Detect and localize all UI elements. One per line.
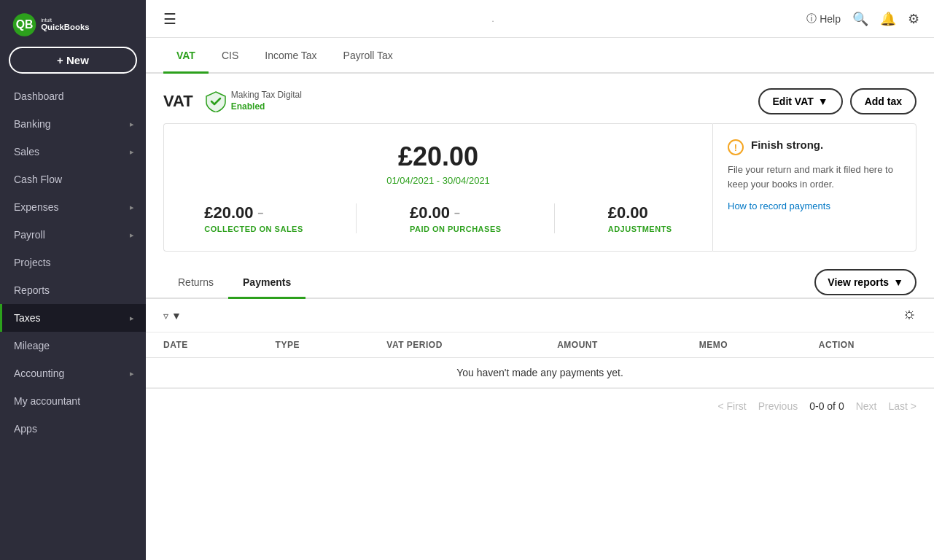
sidebar-item-apps[interactable]: Apps bbox=[0, 415, 146, 443]
edit-vat-button[interactable]: Edit VAT ▼ bbox=[758, 88, 843, 114]
tab-payroll_tax[interactable]: Payroll Tax bbox=[330, 38, 406, 74]
table-settings-button[interactable]: ⛭ bbox=[903, 308, 917, 323]
filter-bar: ▿ ▼ ⛭ bbox=[146, 299, 934, 332]
svg-text:QB: QB bbox=[16, 18, 34, 31]
chevron-down-icon: ▼ bbox=[818, 96, 828, 107]
sidebar-item-label-projects: Projects bbox=[14, 257, 51, 268]
vat-header: VAT Making Tax Digital Enabled Edit VAT … bbox=[146, 74, 934, 123]
add-tax-button[interactable]: Add tax bbox=[850, 88, 917, 114]
gear-icon: ⚙ bbox=[908, 11, 919, 27]
sidebar-item-label-taxes: Taxes bbox=[14, 312, 41, 324]
topbar: ☰ . ⓘ Help 🔍 🔔 ⚙ bbox=[146, 0, 934, 38]
chevron-icon-banking: ▸ bbox=[130, 120, 134, 129]
sidebar-nav: Dashboard Banking ▸Sales ▸Cash Flow Expe… bbox=[0, 82, 146, 560]
vat-period: 01/04/2021 - 30/04/2021 bbox=[182, 175, 695, 186]
sidebar-item-taxes[interactable]: Taxes ▸ bbox=[0, 304, 146, 332]
sidebar-item-label-banking: Banking bbox=[14, 118, 51, 130]
col-header-action: ACTION bbox=[801, 332, 934, 358]
sidebar-item-mileage[interactable]: Mileage bbox=[0, 332, 146, 359]
tab-cis[interactable]: CIS bbox=[209, 38, 252, 74]
payments-table: DATETYPEVAT PERIODAMOUNTMEMOACTION You h… bbox=[146, 332, 934, 388]
sidebar-item-label-sales: Sales bbox=[14, 146, 39, 158]
next-page-button[interactable]: Next bbox=[856, 400, 877, 412]
col-header-date: DATE bbox=[146, 332, 258, 358]
filter-button[interactable]: ▿ ▼ bbox=[163, 310, 182, 322]
sidebar: QB intuit QuickBooks + New Dashboard Ban… bbox=[0, 0, 146, 560]
mtd-badge: Making Tax Digital Enabled bbox=[205, 90, 302, 112]
bell-icon: 🔔 bbox=[880, 11, 896, 27]
new-button[interactable]: + New bbox=[9, 47, 137, 74]
empty-message: You haven't made any payments yet. bbox=[146, 358, 934, 388]
tab-income_tax[interactable]: Income Tax bbox=[252, 38, 330, 74]
sub-tab-returns[interactable]: Returns bbox=[163, 266, 228, 299]
sidebar-item-sales[interactable]: Sales ▸ bbox=[0, 138, 146, 166]
main-tab-bar: VATCISIncome TaxPayroll Tax bbox=[146, 38, 934, 74]
paid-amount: £0.00 – bbox=[410, 203, 502, 222]
settings-icon: ⛭ bbox=[903, 308, 917, 322]
info-link[interactable]: How to record payments bbox=[728, 201, 830, 211]
sidebar-item-label-dashboard: Dashboard bbox=[14, 90, 64, 102]
info-body: File your return and mark it filed here … bbox=[728, 163, 901, 191]
sidebar-item-dashboard[interactable]: Dashboard bbox=[0, 82, 146, 110]
sidebar-item-label-payroll: Payroll bbox=[14, 229, 45, 241]
tab-vat[interactable]: VAT bbox=[163, 38, 209, 74]
sidebar-item-myaccountant[interactable]: My accountant bbox=[0, 387, 146, 415]
mtd-label: Making Tax Digital bbox=[231, 90, 302, 101]
sidebar-item-banking[interactable]: Banking ▸ bbox=[0, 110, 146, 138]
collected-amount: £20.00 – bbox=[204, 203, 303, 222]
filter-chevron-icon: ▼ bbox=[171, 310, 182, 322]
adjustments-item: £0.00 ADJUSTMENTS bbox=[608, 203, 672, 233]
info-header: ! Finish strong. bbox=[728, 139, 901, 155]
sidebar-item-label-accounting: Accounting bbox=[14, 368, 64, 379]
first-page-button[interactable]: < First bbox=[717, 400, 746, 412]
add-tax-label: Add tax bbox=[865, 96, 902, 107]
sidebar-item-reports[interactable]: Reports bbox=[0, 276, 146, 304]
col-header-memo: MEMO bbox=[682, 332, 801, 358]
sidebar-item-cashflow[interactable]: Cash Flow bbox=[0, 166, 146, 193]
paid-dash-icon: – bbox=[454, 207, 460, 219]
pagination-bar: < First Previous 0-0 of 0 Next Last > bbox=[146, 388, 934, 424]
notifications-button[interactable]: 🔔 bbox=[880, 11, 896, 27]
collected-dash-icon: – bbox=[258, 207, 264, 219]
page-range: 0-0 of 0 bbox=[809, 400, 844, 412]
chevron-icon-accounting: ▸ bbox=[130, 369, 134, 378]
chevron-icon-taxes: ▸ bbox=[130, 314, 134, 323]
vat-title-area: VAT Making Tax Digital Enabled bbox=[163, 90, 302, 112]
vat-total-amount: £20.00 bbox=[182, 141, 695, 172]
vat-title: VAT bbox=[163, 92, 193, 111]
sidebar-item-accounting[interactable]: Accounting ▸ bbox=[0, 359, 146, 387]
vat-actions: Edit VAT ▼ Add tax bbox=[758, 88, 917, 114]
view-reports-label: View reports bbox=[828, 276, 889, 288]
settings-button[interactable]: ⚙ bbox=[908, 11, 919, 27]
hamburger-button[interactable]: ☰ bbox=[160, 7, 179, 31]
content-area: VATCISIncome TaxPayroll Tax VAT Making T… bbox=[146, 38, 934, 560]
sub-tabs: ReturnsPayments bbox=[163, 266, 306, 298]
col-header-vat-period: VAT PERIOD bbox=[369, 332, 540, 358]
warning-icon: ! bbox=[728, 139, 744, 155]
sub-tab-payments[interactable]: Payments bbox=[228, 266, 306, 299]
info-title: Finish strong. bbox=[751, 139, 823, 151]
mtd-enabled: Enabled bbox=[231, 101, 302, 113]
sidebar-logo: QB intuit QuickBooks bbox=[0, 0, 146, 47]
sidebar-item-expenses[interactable]: Expenses ▸ bbox=[0, 193, 146, 221]
adjustments-label: ADJUSTMENTS bbox=[608, 225, 672, 233]
adjustments-amount: £0.00 bbox=[608, 203, 672, 222]
sidebar-item-payroll[interactable]: Payroll ▸ bbox=[0, 221, 146, 249]
filter-icon: ▿ bbox=[163, 310, 168, 322]
topbar-right: ⓘ Help 🔍 🔔 ⚙ bbox=[806, 11, 919, 27]
vat-breakdown: £20.00 – COLLECTED ON SALES £0.00 – PAID… bbox=[182, 203, 695, 233]
col-header-type: TYPE bbox=[258, 332, 370, 358]
previous-page-button[interactable]: Previous bbox=[758, 400, 798, 412]
last-page-button[interactable]: Last > bbox=[888, 400, 917, 412]
collected-label: COLLECTED ON SALES bbox=[204, 225, 303, 233]
topbar-center-text: . bbox=[188, 13, 798, 24]
sidebar-item-label-mileage: Mileage bbox=[14, 340, 50, 351]
sidebar-item-projects[interactable]: Projects bbox=[0, 249, 146, 276]
view-reports-button[interactable]: View reports ▼ bbox=[814, 269, 917, 295]
chevron-icon-payroll: ▸ bbox=[130, 230, 134, 240]
mtd-shield-icon bbox=[205, 90, 227, 112]
help-button[interactable]: ⓘ Help bbox=[806, 12, 841, 26]
search-button[interactable]: 🔍 bbox=[852, 11, 868, 27]
vat-summary-wrapper: £20.00 01/04/2021 - 30/04/2021 £20.00 – … bbox=[146, 123, 934, 266]
breakdown-divider-2 bbox=[554, 203, 555, 233]
